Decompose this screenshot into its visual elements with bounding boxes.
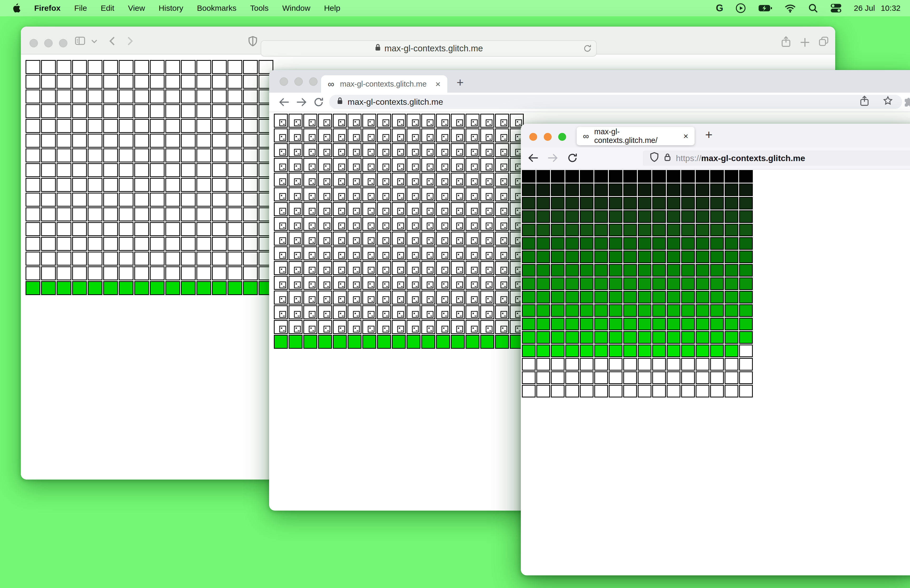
webgl-canvas-cell	[165, 163, 180, 177]
webgl-canvas-cell	[681, 210, 695, 223]
webgl-canvas-cell	[739, 358, 753, 371]
back-button[interactable]	[108, 36, 116, 47]
webgl-canvas-cell	[41, 281, 56, 295]
webgl-canvas-cell	[41, 178, 56, 192]
webgl-canvas-cell	[495, 261, 509, 275]
safari-url-field[interactable]: max-gl-contexts.glitch.me	[261, 40, 596, 57]
menu-item-tools[interactable]: Tools	[250, 4, 268, 13]
battery-charging-icon[interactable]	[758, 3, 772, 13]
webgl-canvas-cell	[57, 252, 71, 266]
webgl-canvas-cell	[739, 183, 753, 196]
webgl-canvas-cell	[72, 149, 87, 162]
menu-item-file[interactable]: File	[74, 4, 87, 13]
new-tab-button[interactable]: +	[457, 75, 464, 89]
reload-button[interactable]	[314, 97, 324, 108]
webgl-canvas-cell	[725, 264, 738, 277]
menubar-app-name[interactable]: Firefox	[34, 4, 61, 13]
tab-overview-icon[interactable]	[818, 36, 829, 48]
forward-button[interactable]	[296, 97, 307, 108]
sidebar-icon[interactable]	[74, 36, 86, 47]
reload-icon[interactable]	[583, 44, 592, 55]
close-button[interactable]	[29, 39, 38, 47]
webgl-canvas-cell	[407, 202, 420, 216]
menubar-clock[interactable]: 26 Jul 10:32	[854, 4, 900, 13]
webgl-canvas-cell	[303, 246, 317, 260]
webgl-canvas-cell	[181, 237, 196, 251]
webgl-canvas-cell	[466, 202, 480, 216]
google-icon[interactable]: G	[716, 3, 723, 13]
webgl-canvas-cell	[739, 291, 753, 304]
share-icon[interactable]	[781, 36, 791, 48]
tab-close-icon[interactable]: ×	[435, 79, 441, 89]
webgl-canvas-cell	[72, 134, 87, 148]
zoom-button[interactable]	[59, 39, 68, 47]
webgl-canvas-cell	[26, 178, 40, 192]
firefox-active-tab[interactable]: ∞ max-gl-contexts.glitch.me/ ×	[577, 127, 695, 145]
webgl-canvas-cell	[652, 210, 666, 223]
webgl-canvas-cell	[165, 237, 180, 251]
webgl-canvas-cell	[274, 158, 288, 172]
share-icon[interactable]	[860, 95, 870, 108]
close-button[interactable]	[529, 133, 537, 141]
webgl-canvas-cell	[303, 128, 317, 142]
webgl-canvas-cell	[289, 335, 302, 349]
bookmark-star-icon[interactable]	[883, 95, 893, 108]
minimize-button[interactable]	[544, 133, 552, 141]
apple-menu-icon[interactable]	[11, 3, 21, 13]
chevron-down-icon[interactable]	[91, 39, 98, 45]
back-button[interactable]	[528, 153, 539, 164]
webgl-canvas-cell	[196, 75, 211, 89]
webgl-canvas-cell	[480, 143, 494, 157]
webgl-canvas-cell	[495, 291, 509, 305]
search-icon[interactable]	[808, 3, 818, 13]
lock-icon	[375, 43, 381, 54]
firefox-address-bar[interactable]: https://max-gl-contexts.glitch.me	[643, 150, 910, 166]
close-button[interactable]	[280, 78, 288, 86]
webgl-canvas-cell	[580, 358, 593, 371]
play-icon[interactable]	[735, 3, 746, 13]
webgl-canvas-cell	[652, 224, 666, 236]
webgl-canvas-cell	[289, 246, 302, 260]
webgl-canvas-cell	[196, 237, 211, 251]
menu-item-view[interactable]: View	[128, 4, 145, 13]
webgl-canvas-cell	[119, 89, 134, 103]
webgl-canvas-cell	[88, 89, 102, 103]
webgl-canvas-cell	[739, 197, 753, 210]
menu-item-edit[interactable]: Edit	[100, 4, 114, 13]
zoom-button[interactable]	[309, 78, 318, 86]
wifi-icon[interactable]	[784, 3, 796, 13]
webgl-canvas-cell	[681, 291, 695, 304]
new-tab-icon[interactable]	[800, 37, 810, 49]
webgl-canvas-cell	[377, 114, 391, 128]
menu-item-bookmarks[interactable]: Bookmarks	[197, 4, 236, 13]
forward-button[interactable]	[547, 153, 558, 164]
extensions-puzzle-icon[interactable]	[903, 97, 910, 110]
minimize-button[interactable]	[44, 39, 53, 47]
tab-close-icon[interactable]: ×	[683, 131, 688, 141]
back-button[interactable]	[279, 97, 289, 108]
webgl-canvas-cell	[551, 344, 564, 357]
zoom-button[interactable]	[558, 133, 566, 141]
menu-item-window[interactable]: Window	[282, 4, 310, 13]
control-center-icon[interactable]	[830, 3, 842, 13]
menu-item-history[interactable]: History	[159, 4, 183, 13]
menu-item-help[interactable]: Help	[324, 4, 341, 13]
webgl-canvas-cell	[652, 237, 666, 250]
webgl-canvas-cell	[88, 119, 102, 133]
webgl-canvas-cell	[580, 331, 593, 344]
webgl-canvas-cell	[594, 304, 608, 317]
minimize-button[interactable]	[294, 78, 303, 86]
webgl-canvas-cell	[551, 237, 564, 250]
webgl-canvas-cell	[710, 358, 724, 371]
reload-button[interactable]	[567, 153, 578, 164]
chrome-address-bar[interactable]: max-gl-contexts.glitch.me	[329, 95, 902, 109]
forward-button[interactable]	[126, 36, 134, 47]
new-tab-button[interactable]: +	[705, 128, 713, 142]
webgl-canvas-cell	[88, 267, 102, 280]
webgl-canvas-cell	[696, 170, 710, 183]
webgl-canvas-cell	[407, 320, 420, 334]
shield-icon[interactable]	[248, 36, 258, 48]
webgl-canvas-cell	[103, 89, 118, 103]
webgl-canvas-cell	[667, 210, 680, 223]
chrome-active-tab[interactable]: ∞ max-gl-contexts.glitch.me ×	[321, 75, 448, 93]
